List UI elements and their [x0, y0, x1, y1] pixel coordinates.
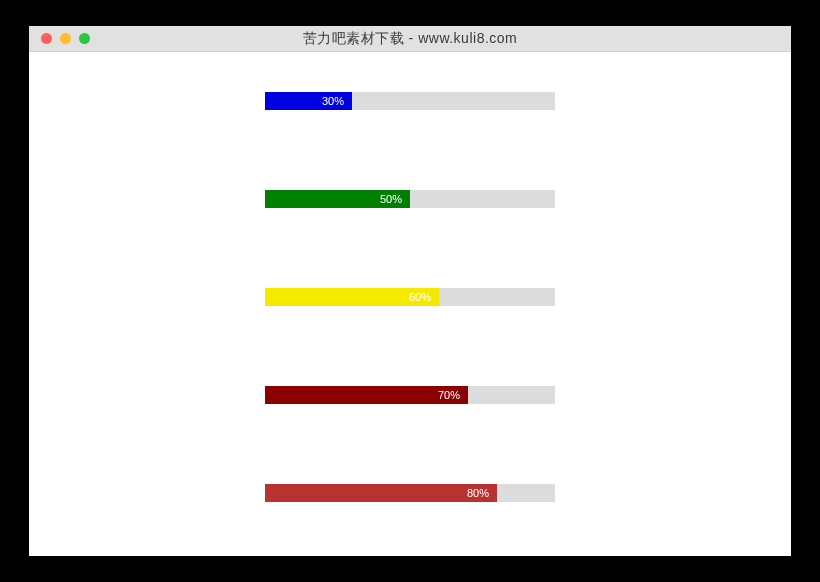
progress-fill: 80%: [265, 484, 497, 502]
traffic-lights: [41, 33, 90, 44]
progress-fill: 50%: [265, 190, 410, 208]
progress-bar: 60%: [265, 288, 555, 306]
close-icon[interactable]: [41, 33, 52, 44]
progress-label: 30%: [322, 95, 344, 107]
progress-label: 70%: [438, 389, 460, 401]
minimize-icon[interactable]: [60, 33, 71, 44]
progress-label: 60%: [409, 291, 431, 303]
progress-bar: 70%: [265, 386, 555, 404]
progress-bar: 80%: [265, 484, 555, 502]
progress-fill: 70%: [265, 386, 468, 404]
progress-label: 50%: [380, 193, 402, 205]
progress-fill: 60%: [265, 288, 439, 306]
progress-fill: 30%: [265, 92, 352, 110]
progress-bar: 50%: [265, 190, 555, 208]
progress-bar: 30%: [265, 92, 555, 110]
content-area: 30% 50% 60% 70% 80%: [29, 52, 791, 556]
window-titlebar: 苦力吧素材下载 - www.kuli8.com: [29, 26, 791, 52]
window-title: 苦力吧素材下载 - www.kuli8.com: [29, 30, 791, 48]
app-window: 苦力吧素材下载 - www.kuli8.com 30% 50% 60% 70% …: [29, 26, 791, 556]
progress-label: 80%: [467, 487, 489, 499]
maximize-icon[interactable]: [79, 33, 90, 44]
